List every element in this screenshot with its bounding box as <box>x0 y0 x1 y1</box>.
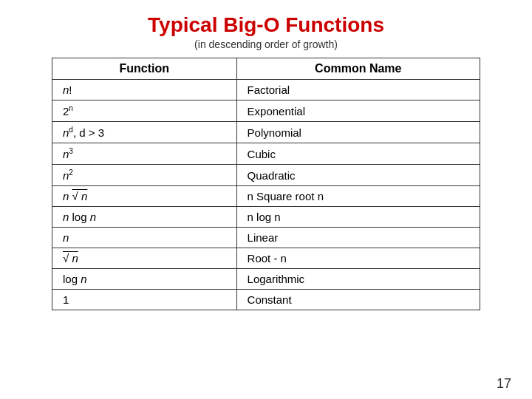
func-cell: log n <box>52 269 237 290</box>
func-cell: nd, d > 3 <box>52 122 237 143</box>
name-cell: Factorial <box>236 80 480 100</box>
table-row: n! Factorial <box>52 80 480 100</box>
table-row: n3 Cubic <box>52 143 480 165</box>
func-cell: √ n <box>52 248 237 269</box>
big-o-table: Function Common Name n! Factorial 2n Exp… <box>52 58 480 310</box>
table-row: log n Logarithmic <box>52 269 480 290</box>
func-cell: n2 <box>52 165 237 186</box>
table-row: n Linear <box>52 228 480 248</box>
func-cell: n √ n <box>52 186 237 207</box>
name-cell: Cubic <box>236 143 480 165</box>
func-cell: n3 <box>52 143 237 165</box>
name-cell: Polynomial <box>236 122 480 143</box>
func-cell: 2n <box>52 100 237 122</box>
func-cell: 1 <box>52 290 237 310</box>
func-cell: n! <box>52 80 237 100</box>
name-cell: Logarithmic <box>236 269 480 290</box>
table-row: 1 Constant <box>52 290 480 310</box>
name-cell: Exponential <box>236 100 480 122</box>
table-row: n2 Quadratic <box>52 165 480 186</box>
table-row: n √ n n Square root n <box>52 186 480 207</box>
name-cell: Constant <box>236 290 480 310</box>
header-common-name: Common Name <box>236 58 480 80</box>
name-cell: Quadratic <box>236 165 480 186</box>
table-row: n log n n log n <box>52 207 480 228</box>
page-subtitle: (in descending order of growth) <box>194 38 338 50</box>
table-row: √ n Root - n <box>52 248 480 269</box>
page-title: Typical Big-O Functions <box>148 13 384 37</box>
name-cell: Linear <box>236 228 480 248</box>
name-cell: n log n <box>236 207 480 228</box>
table-row: nd, d > 3 Polynomial <box>52 122 480 143</box>
func-cell: n log n <box>52 207 237 228</box>
header-function: Function <box>52 58 237 80</box>
name-cell: Root - n <box>236 248 480 269</box>
table-row: 2n Exponential <box>52 100 480 122</box>
slide-number: 17 <box>497 376 511 392</box>
name-cell: n Square root n <box>236 186 480 207</box>
func-cell: n <box>52 228 237 248</box>
